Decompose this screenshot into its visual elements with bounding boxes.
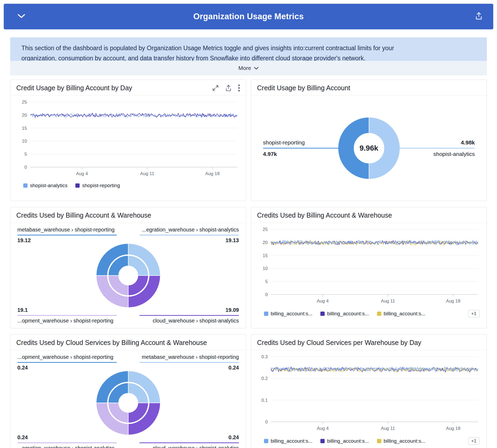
legend-overflow-chip[interactable]: +1 — [468, 310, 480, 317]
line-chart[interactable]: 00.10.20.3Aug 4Aug 11Aug 18 — [257, 353, 481, 433]
sunburst-chart[interactable] — [95, 370, 161, 436]
svg-text:0.3: 0.3 — [261, 354, 268, 359]
segment-value: 19.09 — [139, 307, 239, 313]
donut-label-left: shopist-reporting 4.97k — [263, 139, 351, 157]
line-chart[interactable]: 0510152025Aug 4Aug 11Aug 18 — [16, 98, 240, 178]
legend-item[interactable]: shopist-analytics — [23, 183, 67, 188]
widget-body: ...opment_warehouse › shopist-reporting … — [10, 350, 246, 448]
svg-text:Aug 4: Aug 4 — [317, 298, 329, 304]
export-icon[interactable] — [225, 85, 232, 92]
segment-value: 4.97k — [263, 151, 351, 157]
legend-label: billing_account:s... — [327, 311, 369, 317]
widget-title: Credits Used by Cloud Services per Wareh… — [257, 339, 421, 347]
widget-body: 00.10.20.3Aug 4Aug 11Aug 18 billing_acco… — [251, 350, 487, 448]
banner-text-line-1: This section of the dashboard is populat… — [21, 43, 476, 53]
legend-item[interactable]: billing_account:s... — [264, 438, 312, 444]
svg-text:Aug 11: Aug 11 — [381, 298, 395, 304]
widget-credits-warehouse-sunburst: Credits Used by Billing Account & Wareho… — [10, 207, 246, 328]
legend-swatch — [320, 312, 325, 316]
sunburst-label-bottom-left: 19.1 ...opment_warehouse › shopist-repor… — [17, 307, 117, 324]
banner-text-line-2: organization, consumption by account, an… — [21, 53, 476, 61]
legend-item[interactable]: billing_account:s... — [320, 311, 369, 317]
svg-text:5: 5 — [265, 279, 268, 284]
svg-text:15: 15 — [22, 126, 27, 131]
segment-label: cloud_warehouse › shopist-analytics — [139, 445, 239, 448]
widget-header: Credit Usage by Billing Account — [251, 80, 487, 96]
svg-text:Aug 18: Aug 18 — [205, 171, 220, 176]
widget-title: Credits Used by Cloud Services by Billin… — [16, 339, 207, 347]
svg-text:25: 25 — [263, 227, 268, 232]
donut-label-right: 4.98k shopist-analytics — [387, 139, 475, 157]
widget-header: Credit Usage by Billing Account by Day — [10, 80, 246, 96]
svg-text:Aug 11: Aug 11 — [140, 171, 154, 176]
sunburst-chart-area: metabase_warehouse › shopist-reporting 1… — [10, 223, 246, 328]
legend-swatch — [264, 439, 268, 443]
svg-text:10: 10 — [263, 266, 268, 271]
segment-label: shopist-analytics — [387, 151, 475, 157]
section-title: Organization Usage Metrics — [193, 12, 304, 21]
leader-line — [139, 315, 239, 316]
leader-line — [139, 235, 239, 235]
section-header: Organization Usage Metrics — [4, 4, 493, 29]
sunburst-label-bottom-right: 0.24 cloud_warehouse › shopist-analytics — [139, 434, 239, 448]
widget-cloud-services-lines: Credits Used by Cloud Services per Wareh… — [251, 334, 487, 448]
share-section-button[interactable] — [475, 12, 483, 21]
sunburst-label-top-right: ...egration_warehouse › shopist-analytic… — [139, 227, 239, 243]
legend-swatch — [23, 183, 28, 188]
svg-text:5: 5 — [25, 152, 27, 157]
leader-line — [139, 442, 239, 443]
widget-title: Credits Used by Billing Account & Wareho… — [257, 211, 392, 219]
kebab-menu-icon[interactable] — [238, 84, 240, 92]
legend-overflow-chip[interactable]: +1 — [468, 437, 480, 445]
widget-header: Credits Used by Cloud Services per Wareh… — [251, 335, 487, 350]
segment-value: 19.13 — [139, 237, 239, 243]
widget-credit-usage-by-day: Credit Usage by Billing Account by Day 0… — [10, 80, 246, 201]
segment-label: ...opment_warehouse › shopist-reporting — [17, 354, 117, 360]
leader-line — [17, 442, 117, 443]
segment-label: cloud_warehouse › shopist-analytics — [139, 318, 239, 324]
leader-line — [139, 362, 239, 363]
legend-item[interactable]: billing_account:s... — [377, 438, 425, 444]
expand-icon[interactable] — [212, 85, 219, 91]
chart-legend: billing_account:s... billing_account:s..… — [251, 307, 487, 317]
widget-toolbar — [212, 84, 240, 92]
segment-label: ...egration_warehouse › shopist-analytic… — [17, 445, 117, 448]
widget-body: metabase_warehouse › shopist-reporting 1… — [10, 223, 246, 328]
svg-text:20: 20 — [22, 113, 27, 118]
svg-text:Aug 18: Aug 18 — [446, 298, 460, 304]
widget-header: Credits Used by Cloud Services by Billin… — [10, 335, 246, 350]
svg-text:Aug 18: Aug 18 — [446, 426, 460, 431]
sunburst-label-top-left: metabase_warehouse › shopist-reporting 1… — [17, 227, 117, 243]
chart-area: 00.10.20.3Aug 4Aug 11Aug 18 — [251, 350, 487, 434]
line-chart[interactable]: 0510152025Aug 4Aug 11Aug 18 — [257, 226, 481, 306]
legend-swatch — [377, 312, 381, 316]
collapse-section-button[interactable] — [17, 13, 26, 20]
widget-header: Credits Used by Billing Account & Wareho… — [251, 207, 487, 223]
segment-value: 19.12 — [17, 237, 117, 243]
svg-text:25: 25 — [22, 100, 27, 105]
donut-total-value: 9.96k — [359, 144, 378, 152]
export-icon — [475, 12, 483, 21]
chevron-down-icon — [254, 65, 259, 71]
widget-body: 0510152025Aug 4Aug 11Aug 18 shopist-anal… — [10, 96, 246, 201]
widget-credits-warehouse-lines: Credits Used by Billing Account & Wareho… — [251, 207, 487, 328]
sunburst-label-top-left: ...opment_warehouse › shopist-reporting … — [17, 354, 117, 371]
legend-item[interactable]: billing_account:s... — [377, 311, 425, 317]
legend-swatch — [377, 439, 381, 443]
sunburst-chart[interactable] — [95, 243, 161, 308]
svg-text:0.1: 0.1 — [261, 398, 268, 403]
legend-item[interactable]: shopist-reporting — [75, 183, 120, 188]
legend-label: billing_account:s... — [327, 438, 369, 444]
legend-item[interactable]: billing_account:s... — [320, 438, 369, 444]
more-expander[interactable]: More — [10, 61, 487, 75]
legend-label: shopist-analytics — [30, 183, 67, 188]
legend-label: billing_account:s... — [271, 311, 312, 317]
leader-line — [17, 235, 117, 235]
chevron-down-icon — [17, 13, 26, 20]
widget-title: Credit Usage by Billing Account — [257, 84, 350, 92]
segment-value: 0.24 — [139, 434, 239, 441]
svg-text:0: 0 — [25, 165, 27, 170]
svg-text:10: 10 — [22, 139, 27, 144]
widget-body: 9.96k shopist-reporting 4.97k 4.98k shop… — [251, 96, 487, 201]
legend-item[interactable]: billing_account:s... — [264, 311, 312, 317]
